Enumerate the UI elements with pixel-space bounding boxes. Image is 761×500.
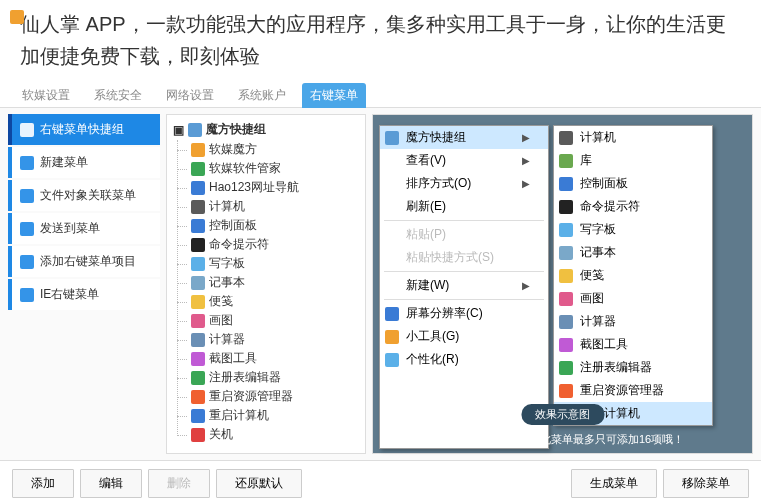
tree-node[interactable]: 命令提示符 [189,235,363,254]
app-icon [191,143,205,157]
tab-3[interactable]: 系统账户 [230,83,294,108]
tree-root[interactable]: ▣ 魔方快捷组 软媒魔方软媒软件管家Hao123网址导航计算机控制面板命令提示符… [169,119,363,444]
app-icon [191,371,205,385]
restore-button[interactable]: 还原默认 [216,469,302,498]
remove-button[interactable]: 移除菜单 [663,469,749,498]
tree-node[interactable]: 重启资源管理器 [189,387,363,406]
context-menu-item[interactable]: 刷新(E) [380,195,548,218]
context-menu-item[interactable]: 命令提示符 [554,195,712,218]
tree-node[interactable]: 重启计算机 [189,406,363,425]
app-icon [191,295,205,309]
context-menu-item[interactable]: 便笺 [554,264,712,287]
context-menu-item[interactable]: 记事本 [554,241,712,264]
sidebar-item-file-assoc[interactable]: 文件对象关联菜单 [8,180,160,211]
page-description: 仙人掌 APP，一款功能强大的应用程序，集多种实用工具于一身，让你的生活更加便捷… [0,0,761,80]
add-button[interactable]: 添加 [12,469,74,498]
tab-4[interactable]: 右键菜单 [302,83,366,108]
sidebar-item-send-to[interactable]: 发送到菜单 [8,213,160,244]
context-menu-item[interactable]: 库 [554,149,712,172]
context-menu-item[interactable]: 重启资源管理器 [554,379,712,402]
menu-item-label: 计算器 [580,313,616,330]
submenu-arrow-icon: ▶ [522,280,530,291]
tree-node[interactable]: 便笺 [189,292,363,311]
tree-node[interactable]: Hao123网址导航 [189,178,363,197]
tab-2[interactable]: 网络设置 [158,83,222,108]
tree-node-label: Hao123网址导航 [209,179,299,196]
tree-node-label: 记事本 [209,274,245,291]
tree-node[interactable]: 画图 [189,311,363,330]
tree-node[interactable]: 计算机 [189,197,363,216]
tree-node[interactable]: 关机 [189,425,363,444]
preview-panel: 魔方快捷组▶查看(V)▶排序方式(O)▶刷新(E)粘贴(P)粘贴快捷方式(S)新… [372,114,753,454]
context-menu-item[interactable]: 个性化(R) [380,348,548,371]
menu-item-label: 新建(W) [406,277,449,294]
context-menu-item[interactable]: 小工具(G) [380,325,548,348]
menu-item-label: 命令提示符 [580,198,640,215]
menu-item-label: 屏幕分辨率(C) [406,305,483,322]
tree-node-label: 命令提示符 [209,236,269,253]
tab-0[interactable]: 软媒设置 [14,83,78,108]
menu-item-label: 个性化(R) [406,351,459,368]
menu-item-label: 小工具(G) [406,328,459,345]
context-menu-item[interactable]: 截图工具 [554,333,712,356]
tree-node[interactable]: 注册表编辑器 [189,368,363,387]
edit-button[interactable]: 编辑 [80,469,142,498]
menu-item-icon [559,292,573,306]
menu-item-icon [559,177,573,191]
sidebar-item-label: 新建菜单 [40,154,88,171]
tree-node[interactable]: 记事本 [189,273,363,292]
sidebar-item-label: 添加右键菜单项目 [40,253,136,270]
generate-button[interactable]: 生成菜单 [571,469,657,498]
menu-item-label: 重启资源管理器 [580,382,664,399]
tree-node-label: 软媒软件管家 [209,160,281,177]
sidebar-item-label: 右键菜单快捷组 [40,121,124,138]
sidebar-item-new-menu[interactable]: 新建菜单 [8,147,160,178]
sidebar-item-shortcut-group[interactable]: 右键菜单快捷组 [8,114,160,145]
context-menu-item[interactable]: 画图 [554,287,712,310]
app-icon [191,333,205,347]
tree-node[interactable]: 软媒魔方 [189,140,363,159]
tree-node-label: 关机 [209,426,233,443]
sidebar-item-add-context[interactable]: 添加右键菜单项目 [8,246,160,277]
menu-item-label: 画图 [580,290,604,307]
menu-item-label: 刷新(E) [406,198,446,215]
context-menu-item[interactable]: 计算器 [554,310,712,333]
app-icon [191,181,205,195]
menu-item-icon [559,315,573,329]
app-icon [191,200,205,214]
sidebar-item-label: 发送到菜单 [40,220,100,237]
tree-node-label: 计算器 [209,331,245,348]
context-menu-item[interactable]: 控制面板 [554,172,712,195]
hint-text: 小提示：微软限制，此菜单最多只可添加16项哦！ [373,432,752,447]
tree-node[interactable]: 计算器 [189,330,363,349]
menu-item-icon [559,154,573,168]
tree-node-label: 控制面板 [209,217,257,234]
context-menu-item[interactable]: 计算机 [554,126,712,149]
app-icon [191,352,205,366]
context-menu-item[interactable]: 写字板 [554,218,712,241]
top-tabs: 软媒设置系统安全网络设置系统账户右键菜单 [0,80,761,108]
menu-item-label: 魔方快捷组 [406,129,466,146]
context-menu-item[interactable]: 魔方快捷组▶ [380,126,548,149]
add-icon [20,255,34,269]
context-menu-item[interactable]: 查看(V)▶ [380,149,548,172]
tree-node-label: 重启计算机 [209,407,269,424]
tree-node[interactable]: 控制面板 [189,216,363,235]
menu-item-icon [559,246,573,260]
tree-node[interactable]: 软媒软件管家 [189,159,363,178]
tree-root-label: 魔方快捷组 [206,121,266,138]
tab-1[interactable]: 系统安全 [86,83,150,108]
tree-node[interactable]: 写字板 [189,254,363,273]
context-menu-item[interactable]: 注册表编辑器 [554,356,712,379]
context-menu-item[interactable]: 新建(W)▶ [380,274,548,297]
sidebar-item-ie-context[interactable]: IE右键菜单 [8,279,160,310]
tree-node[interactable]: 截图工具 [189,349,363,368]
effect-badge: 效果示意图 [521,404,604,425]
context-menu-item[interactable]: 屏幕分辨率(C) [380,302,548,325]
app-icon [191,390,205,404]
collapse-icon[interactable]: ▣ [173,123,184,137]
menu-separator [384,271,544,272]
app-badge-icon [10,10,24,24]
tree-node-label: 截图工具 [209,350,257,367]
context-menu-item[interactable]: 排序方式(O)▶ [380,172,548,195]
